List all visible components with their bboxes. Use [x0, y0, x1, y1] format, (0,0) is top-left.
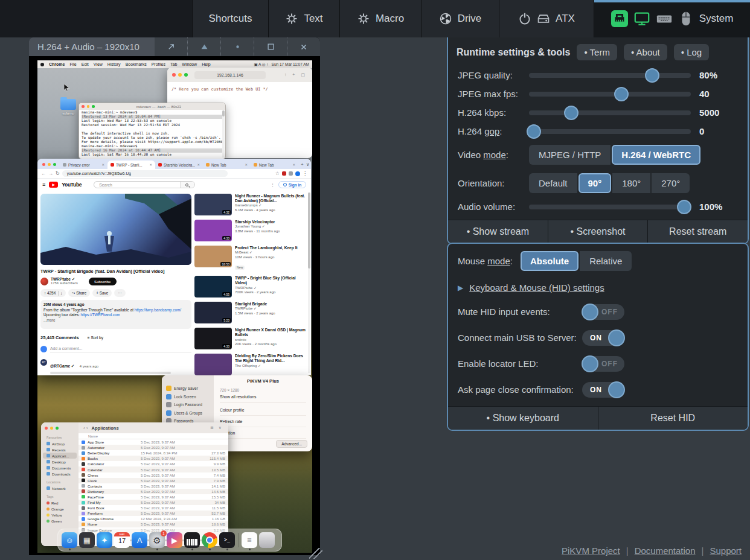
finder-sidebar-item[interactable]: Favourites [43, 434, 77, 441]
finder-row[interactable]: Freeform 5 Dec 2023, 9:37 AM 52.7 MB [79, 511, 228, 516]
settings-row[interactable]: Rotation [220, 427, 306, 439]
finder-row[interactable]: FaceTime 5 Dec 2023, 9:37 AM 15.5 MB [79, 494, 228, 500]
tab-search-caret[interactable]: ∨ [306, 162, 310, 167]
footer-link[interactable]: | [702, 546, 704, 556]
hid-action-button[interactable]: • Show keyboard [448, 407, 598, 430]
tab-close-icon[interactable]: ✕ [292, 163, 295, 167]
finder-sidebar-item[interactable]: Red [43, 500, 77, 506]
dock-icon[interactable]: ▦ [79, 532, 95, 548]
suggested-video[interactable]: 18:53 Protect The Lamborghini, Keep It M… [194, 246, 308, 272]
dock-icon[interactable] [184, 532, 200, 548]
video-mode-option[interactable]: MJPEG / HTTP [529, 145, 611, 165]
menu-atx[interactable]: ATX [499, 0, 594, 37]
dock-icon[interactable]: ☺ [62, 532, 77, 548]
settings-sidebar-item[interactable]: Login Password [162, 401, 214, 409]
toggle-switch[interactable]: OFF [582, 304, 624, 320]
tour-link[interactable]: https://TWRPband.com [81, 313, 120, 317]
video-mode-option[interactable]: H.264 / WebRTC [612, 145, 700, 165]
finder-row[interactable]: Find My 5 Dec 2023, 9:37 AM 34 MB [79, 500, 228, 505]
close-icon[interactable] [287, 37, 320, 56]
footer-link[interactable]: Documentation [635, 546, 696, 556]
finder-row[interactable]: Home 5 Dec 2023, 9:37 AM 18.6 MB [79, 521, 228, 527]
dock-icon[interactable]: ✦ [97, 532, 112, 548]
jpeg-fps-slider[interactable] [529, 92, 691, 97]
stream-action-button[interactable]: • Show stream [448, 220, 548, 243]
address-bar[interactable]: youtube.com/watch?v=J9Q3i5w6-Ug [62, 170, 228, 177]
toggle-switch[interactable]: ON [582, 330, 624, 346]
finder-sidebar-item[interactable]: Orange [43, 506, 77, 512]
video-player[interactable] [40, 194, 191, 265]
footer-link[interactable]: PiKVM Project [562, 546, 620, 556]
settings-sidebar-item[interactable]: Energy Saver [162, 384, 214, 393]
sort-by-button[interactable]: ≡ Sort by [88, 336, 103, 340]
finder-sidebar-item[interactable]: Network [43, 485, 77, 491]
finder-row[interactable]: Calendar 5 Dec 2023, 9:37 AM 13.5 MB [79, 466, 228, 472]
dock-icon[interactable]: ⚙ 1 [149, 532, 165, 548]
dock-icon[interactable]: >_ [219, 532, 235, 548]
mac-menu-item[interactable]: Window [179, 62, 199, 66]
slider-thumb[interactable] [677, 200, 691, 214]
traffic-lights[interactable] [82, 105, 95, 108]
slider-thumb[interactable] [614, 87, 629, 101]
menu-text[interactable]: Text [268, 0, 339, 37]
settings-row[interactable]: Refresh rate [220, 416, 306, 427]
browser-tab[interactable]: New Tab ✕ [203, 161, 251, 169]
window-toggle-button[interactable]: • Term [577, 44, 617, 60]
mac-menu-item[interactable]: Profiles [149, 62, 168, 66]
dot-icon[interactable] [220, 37, 254, 56]
mode-tooltip-link[interactable]: mode [483, 150, 506, 160]
slider-thumb[interactable] [645, 68, 659, 83]
orientation-option[interactable]: 180° [612, 173, 650, 193]
toggle-switch[interactable]: OFF [582, 356, 624, 372]
window-toggle-button[interactable]: • About [624, 44, 667, 60]
browser-tab[interactable]: New Tab ✕ [251, 161, 298, 169]
hid-action-button[interactable]: Reset HID [598, 407, 748, 430]
mac-menu-item[interactable]: Edit [79, 62, 91, 66]
finder-sidebar-item[interactable]: Yellow [43, 512, 77, 518]
commenter-name[interactable]: @RTGame ✓ [50, 364, 74, 368]
finder-row[interactable]: Font Book 5 Dec 2023, 9:37 AM 11.5 MB [79, 505, 228, 511]
channel-avatar[interactable] [40, 278, 48, 285]
add-comment-field[interactable]: Add a comment... [50, 346, 191, 352]
tab-close-icon[interactable]: ✕ [101, 163, 104, 167]
slider-thumb[interactable] [564, 106, 579, 120]
browser-tab[interactable]: TWRP - Starli... ✕ [107, 161, 155, 169]
finder-sidebar-item[interactable]: Tags [43, 494, 77, 500]
triangle-icon[interactable] [187, 37, 220, 56]
terminal-titlebar[interactable]: mdevaev — -bash — 80x23 [79, 103, 225, 110]
menu-system[interactable]: System [594, 0, 750, 37]
browser-tab[interactable]: Privacy error ✕ [60, 161, 107, 169]
suggested-video[interactable]: 4:32 Night Runner - Magnum Bullets (feat… [194, 194, 308, 215]
finder-sidebar-item[interactable]: Desktop [43, 459, 77, 465]
finder-sidebar-item[interactable]: Recents [43, 447, 77, 453]
suggested-video[interactable]: 4:33 Night Runner X Danni GSD | Magnum B… [194, 328, 308, 349]
terminal-scrollbar[interactable] [222, 110, 225, 158]
finder-row[interactable]: Books 5 Dec 2023, 9:37 AM 115.4 MB [79, 456, 228, 461]
h264-gop-slider[interactable] [529, 129, 691, 134]
bookmark-star-icon[interactable]: ☆ [275, 171, 280, 176]
finder-row[interactable]: Contacts 5 Dec 2023, 9:37 AM 14.1 MB [79, 483, 228, 489]
suggested-video[interactable]: 4:33 Starship Velociraptor Jonathan Youn… [194, 220, 308, 241]
page-scrollbar[interactable] [308, 192, 310, 373]
more-actions-button[interactable]: ··· [114, 289, 125, 297]
orientation-option[interactable]: 90° [579, 173, 612, 193]
video-description[interactable]: 20M views 4 years ago From the album "To… [40, 300, 191, 329]
menu-drive[interactable]: Drive [421, 0, 499, 37]
menu-macro[interactable]: Macro [339, 0, 421, 37]
extensions-icon[interactable] [289, 171, 293, 176]
subscribe-button[interactable]: Subscribe [89, 278, 117, 285]
dock-icon[interactable] [202, 532, 217, 548]
new-tab-button[interactable]: + [301, 162, 304, 167]
browser-tab[interactable]: Starship Velocira... ✕ [155, 161, 203, 169]
youtube-search[interactable]: Search [94, 181, 195, 188]
suggested-video[interactable]: Dividing By Zero/Slim Pickens Does The R… [194, 354, 308, 375]
stream-action-button[interactable]: Reset stream [648, 220, 748, 243]
tab-close-icon[interactable]: ✕ [245, 163, 248, 167]
finder-sidebar-item[interactable]: Locations [43, 479, 77, 485]
settings-row[interactable]: Colour profile [220, 404, 306, 416]
reload-icon[interactable]: ↻ [56, 171, 60, 176]
signin-button[interactable]: Sign in [278, 181, 306, 188]
share-button[interactable]: ↪ Share [68, 289, 90, 297]
search-icon[interactable] [180, 182, 194, 188]
suggested-video[interactable]: 5:23 Starlight Brigade TWRPtube ✓ 1.5M v… [194, 302, 308, 323]
